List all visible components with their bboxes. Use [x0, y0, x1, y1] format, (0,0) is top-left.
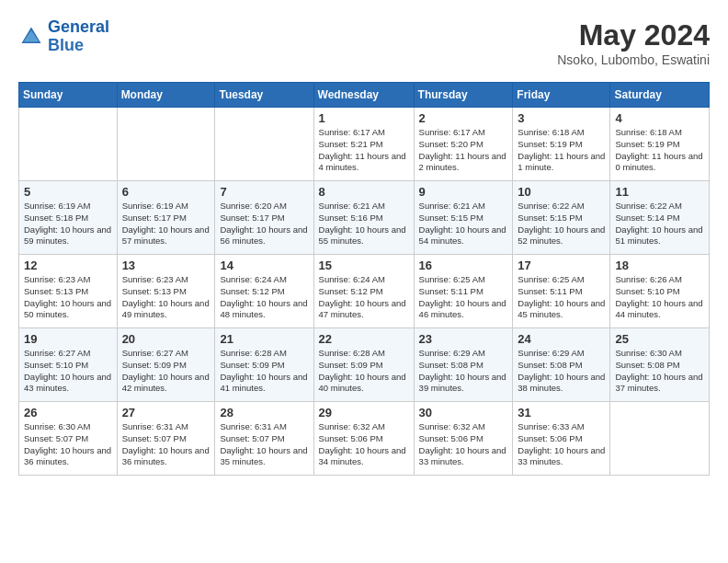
calendar-cell: 14Sunrise: 6:24 AMSunset: 5:12 PMDayligh…: [215, 255, 313, 328]
day-info: Sunrise: 6:22 AMSunset: 5:14 PMDaylight:…: [615, 201, 704, 247]
calendar-cell: 17Sunrise: 6:25 AMSunset: 5:11 PMDayligh…: [513, 255, 610, 328]
day-info: Sunrise: 6:28 AMSunset: 5:09 PMDaylight:…: [319, 348, 409, 395]
calendar-cell: 15Sunrise: 6:24 AMSunset: 5:12 PMDayligh…: [313, 255, 414, 328]
logo-line2: Blue: [48, 36, 84, 54]
day-info: Sunrise: 6:21 AMSunset: 5:15 PMDaylight:…: [419, 201, 508, 247]
logo-icon: [18, 24, 44, 50]
calendar-week-row: 5Sunrise: 6:19 AMSunset: 5:18 PMDaylight…: [19, 181, 710, 255]
day-info: Sunrise: 6:31 AMSunset: 5:07 PMDaylight:…: [122, 421, 210, 468]
calendar-cell: 5Sunrise: 6:19 AMSunset: 5:18 PMDaylight…: [19, 181, 118, 255]
logo-line1: General: [48, 17, 109, 36]
day-number: 20: [122, 332, 210, 346]
day-info: Sunrise: 6:33 AMSunset: 5:06 PMDaylight:…: [518, 421, 605, 468]
day-number: 28: [220, 406, 308, 419]
calendar-cell: 18Sunrise: 6:26 AMSunset: 5:10 PMDayligh…: [610, 255, 710, 328]
calendar-cell: 21Sunrise: 6:28 AMSunset: 5:09 PMDayligh…: [215, 328, 313, 402]
calendar-cell: 20Sunrise: 6:27 AMSunset: 5:09 PMDayligh…: [117, 328, 215, 402]
day-number: 30: [419, 406, 508, 419]
calendar-cell: 25Sunrise: 6:30 AMSunset: 5:08 PMDayligh…: [610, 328, 710, 402]
day-info: Sunrise: 6:21 AMSunset: 5:16 PMDaylight:…: [319, 201, 409, 247]
calendar-cell: 12Sunrise: 6:23 AMSunset: 5:13 PMDayligh…: [19, 255, 118, 328]
day-number: 4: [615, 111, 704, 125]
day-info: Sunrise: 6:25 AMSunset: 5:11 PMDaylight:…: [518, 274, 605, 321]
page-header: General Blue May 2024 Nsoko, Lubombo, Es…: [18, 18, 710, 67]
day-number: 16: [419, 259, 508, 272]
day-info: Sunrise: 6:19 AMSunset: 5:18 PMDaylight:…: [24, 201, 112, 247]
weekday-header-wednesday: Wednesday: [313, 83, 414, 108]
day-number: 15: [319, 259, 409, 272]
calendar-week-row: 26Sunrise: 6:30 AMSunset: 5:07 PMDayligh…: [19, 402, 710, 476]
day-number: 8: [319, 185, 409, 199]
day-number: 9: [419, 185, 508, 199]
day-number: 3: [518, 111, 605, 125]
month-title: May 2024: [557, 18, 710, 52]
day-number: 25: [615, 332, 704, 346]
calendar-cell: 8Sunrise: 6:21 AMSunset: 5:16 PMDaylight…: [313, 181, 414, 255]
calendar-cell: [610, 402, 710, 476]
day-number: 19: [24, 332, 112, 346]
day-number: 29: [319, 406, 409, 419]
calendar-cell: 30Sunrise: 6:32 AMSunset: 5:06 PMDayligh…: [414, 402, 513, 476]
calendar-cell: 1Sunrise: 6:17 AMSunset: 5:21 PMDaylight…: [313, 108, 414, 181]
day-info: Sunrise: 6:29 AMSunset: 5:08 PMDaylight:…: [419, 348, 508, 395]
day-info: Sunrise: 6:31 AMSunset: 5:07 PMDaylight:…: [220, 421, 308, 468]
calendar-cell: 19Sunrise: 6:27 AMSunset: 5:10 PMDayligh…: [19, 328, 118, 402]
day-info: Sunrise: 6:27 AMSunset: 5:10 PMDaylight:…: [24, 348, 112, 395]
calendar-cell: 10Sunrise: 6:22 AMSunset: 5:15 PMDayligh…: [513, 181, 610, 255]
calendar-week-row: 12Sunrise: 6:23 AMSunset: 5:13 PMDayligh…: [19, 255, 710, 328]
calendar-cell: 13Sunrise: 6:23 AMSunset: 5:13 PMDayligh…: [117, 255, 215, 328]
weekday-header-tuesday: Tuesday: [215, 83, 313, 108]
logo-text: General Blue: [48, 18, 109, 55]
day-info: Sunrise: 6:20 AMSunset: 5:17 PMDaylight:…: [220, 201, 308, 247]
weekday-header-thursday: Thursday: [414, 83, 513, 108]
day-info: Sunrise: 6:18 AMSunset: 5:19 PMDaylight:…: [518, 127, 605, 174]
weekday-header-monday: Monday: [117, 83, 215, 108]
day-info: Sunrise: 6:26 AMSunset: 5:10 PMDaylight:…: [615, 274, 704, 321]
day-number: 31: [518, 406, 605, 419]
day-info: Sunrise: 6:23 AMSunset: 5:13 PMDaylight:…: [122, 274, 210, 321]
day-info: Sunrise: 6:27 AMSunset: 5:09 PMDaylight:…: [122, 348, 210, 395]
calendar-cell: [215, 108, 313, 181]
day-info: Sunrise: 6:19 AMSunset: 5:17 PMDaylight:…: [122, 201, 210, 247]
location-subtitle: Nsoko, Lubombo, Eswatini: [557, 52, 710, 67]
day-info: Sunrise: 6:23 AMSunset: 5:13 PMDaylight:…: [24, 274, 112, 321]
calendar-cell: 11Sunrise: 6:22 AMSunset: 5:14 PMDayligh…: [610, 181, 710, 255]
day-info: Sunrise: 6:17 AMSunset: 5:20 PMDaylight:…: [419, 127, 508, 174]
day-info: Sunrise: 6:32 AMSunset: 5:06 PMDaylight:…: [419, 421, 508, 468]
logo: General Blue: [18, 18, 109, 55]
weekday-header-friday: Friday: [513, 83, 610, 108]
day-info: Sunrise: 6:28 AMSunset: 5:09 PMDaylight:…: [220, 348, 308, 395]
calendar-cell: 6Sunrise: 6:19 AMSunset: 5:17 PMDaylight…: [117, 181, 215, 255]
day-info: Sunrise: 6:30 AMSunset: 5:08 PMDaylight:…: [615, 348, 704, 395]
day-number: 12: [24, 259, 112, 272]
title-block: May 2024 Nsoko, Lubombo, Eswatini: [557, 18, 710, 67]
calendar-cell: 16Sunrise: 6:25 AMSunset: 5:11 PMDayligh…: [414, 255, 513, 328]
calendar-cell: 2Sunrise: 6:17 AMSunset: 5:20 PMDaylight…: [414, 108, 513, 181]
day-number: 21: [220, 332, 308, 346]
calendar-week-row: 1Sunrise: 6:17 AMSunset: 5:21 PMDaylight…: [19, 108, 710, 181]
calendar-cell: 3Sunrise: 6:18 AMSunset: 5:19 PMDaylight…: [513, 108, 610, 181]
day-info: Sunrise: 6:29 AMSunset: 5:08 PMDaylight:…: [518, 348, 605, 395]
day-info: Sunrise: 6:25 AMSunset: 5:11 PMDaylight:…: [419, 274, 508, 321]
day-info: Sunrise: 6:24 AMSunset: 5:12 PMDaylight:…: [220, 274, 308, 321]
day-number: 10: [518, 185, 605, 199]
day-info: Sunrise: 6:30 AMSunset: 5:07 PMDaylight:…: [24, 421, 112, 468]
calendar-cell: [117, 108, 215, 181]
weekday-header-saturday: Saturday: [610, 83, 710, 108]
day-number: 23: [419, 332, 508, 346]
calendar-table: SundayMondayTuesdayWednesdayThursdayFrid…: [18, 82, 710, 476]
calendar-cell: 26Sunrise: 6:30 AMSunset: 5:07 PMDayligh…: [19, 402, 118, 476]
weekday-header-sunday: Sunday: [19, 83, 118, 108]
day-number: 2: [419, 111, 508, 125]
calendar-cell: 22Sunrise: 6:28 AMSunset: 5:09 PMDayligh…: [313, 328, 414, 402]
day-number: 24: [518, 332, 605, 346]
calendar-cell: 4Sunrise: 6:18 AMSunset: 5:19 PMDaylight…: [610, 108, 710, 181]
calendar-cell: 9Sunrise: 6:21 AMSunset: 5:15 PMDaylight…: [414, 181, 513, 255]
day-info: Sunrise: 6:18 AMSunset: 5:19 PMDaylight:…: [615, 127, 704, 174]
calendar-cell: 31Sunrise: 6:33 AMSunset: 5:06 PMDayligh…: [513, 402, 610, 476]
day-number: 6: [122, 185, 210, 199]
day-number: 1: [319, 111, 409, 125]
day-number: 14: [220, 259, 308, 272]
day-number: 5: [24, 185, 112, 199]
calendar-cell: [19, 108, 118, 181]
